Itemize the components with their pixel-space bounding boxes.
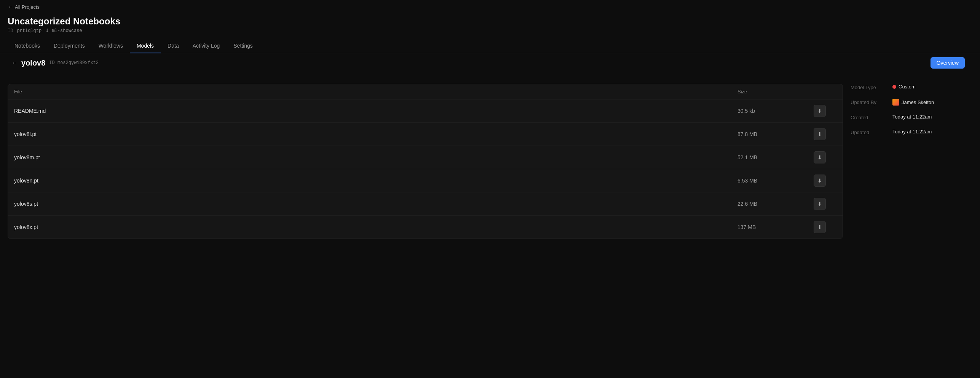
- download-button[interactable]: ⬇: [814, 198, 826, 210]
- tab-activity-log[interactable]: Activity Log: [186, 39, 227, 53]
- model-subheader: ← yolov8 ID mos2qywi89xfxt2 Overview: [8, 53, 972, 72]
- model-name: yolov8: [21, 59, 45, 67]
- table-header: File Size: [8, 84, 843, 99]
- table-row: yolov8n.pt 6.53 MB ⬇: [8, 169, 843, 192]
- user-avatar: [892, 99, 899, 106]
- download-button[interactable]: ⬇: [814, 175, 826, 187]
- model-back-icon[interactable]: ←: [11, 59, 18, 66]
- nav-tabs: Notebooks Deployments Workflows Models D…: [0, 39, 980, 53]
- table-row: yolov8s.pt 22.6 MB ⬇: [8, 192, 843, 216]
- file-size: 87.8 MB: [737, 131, 814, 137]
- org-label: U: [45, 28, 48, 34]
- table-row: yolov8x.pt 137 MB ⬇: [8, 216, 843, 239]
- project-id: prtlqlqtp: [17, 28, 41, 34]
- file-name: yolov8x.pt: [14, 224, 737, 230]
- overview-button[interactable]: Overview: [931, 57, 965, 69]
- project-header: Uncategorized Notebooks ID prtlqlqtp U m…: [0, 14, 980, 39]
- id-label: ID: [8, 28, 13, 34]
- col-header-size: Size: [737, 89, 814, 94]
- download-button[interactable]: ⬇: [814, 151, 826, 163]
- tab-workflows[interactable]: Workflows: [92, 39, 130, 53]
- updated-row: Updated Today at 11:22am: [851, 129, 972, 135]
- tab-models[interactable]: Models: [130, 39, 161, 53]
- created-label: Created: [851, 114, 892, 120]
- table-row: yolov8l.pt 87.8 MB ⬇: [8, 123, 843, 146]
- content-area: File Size README.md 30.5 kb ⬇ yolov8l.pt…: [0, 76, 980, 247]
- file-name: yolov8n.pt: [14, 178, 737, 184]
- table-row: yolov8m.pt 52.1 MB ⬇: [8, 146, 843, 169]
- created-value: Today at 11:22am: [892, 114, 932, 120]
- col-header-file: File: [14, 89, 737, 94]
- tab-data[interactable]: Data: [161, 39, 186, 53]
- download-button[interactable]: ⬇: [814, 221, 826, 233]
- model-type-label: Model Type: [851, 84, 892, 90]
- model-id-badge: ID mos2qywi89xfxt2: [49, 60, 99, 66]
- download-button[interactable]: ⬇: [814, 105, 826, 117]
- model-type-value: Custom: [892, 84, 916, 90]
- file-table: File Size README.md 30.5 kb ⬇ yolov8l.pt…: [8, 84, 843, 239]
- tab-settings[interactable]: Settings: [227, 39, 260, 53]
- file-size: 22.6 MB: [737, 201, 814, 207]
- tab-deployments[interactable]: Deployments: [47, 39, 92, 53]
- sidebar-panel: Model Type Custom Updated By James Skelt…: [851, 84, 972, 239]
- model-type-row: Model Type Custom: [851, 84, 972, 90]
- model-type-dot: [892, 85, 896, 89]
- org-value: ml-showcase: [52, 28, 82, 34]
- tab-notebooks[interactable]: Notebooks: [8, 39, 47, 53]
- updated-by-value: James Skelton: [892, 99, 934, 106]
- back-label: All Projects: [15, 4, 40, 10]
- file-name: yolov8m.pt: [14, 154, 737, 160]
- file-size: 6.53 MB: [737, 178, 814, 184]
- project-title: Uncategorized Notebooks: [8, 16, 972, 27]
- file-name: README.md: [14, 108, 737, 114]
- back-arrow-icon: ←: [8, 4, 13, 10]
- updated-by-label: Updated By: [851, 99, 892, 105]
- file-size: 52.1 MB: [737, 154, 814, 160]
- download-button[interactable]: ⬇: [814, 128, 826, 140]
- file-size: 137 MB: [737, 224, 814, 230]
- created-row: Created Today at 11:22am: [851, 114, 972, 120]
- updated-by-row: Updated By James Skelton: [851, 99, 972, 106]
- table-row: README.md 30.5 kb ⬇: [8, 99, 843, 123]
- file-name: yolov8s.pt: [14, 201, 737, 207]
- updated-label: Updated: [851, 129, 892, 135]
- updated-value: Today at 11:22am: [892, 129, 932, 135]
- project-meta: ID prtlqlqtp U ml-showcase: [8, 28, 972, 34]
- back-to-projects-link[interactable]: ← All Projects: [8, 4, 40, 10]
- file-name: yolov8l.pt: [14, 131, 737, 137]
- file-size: 30.5 kb: [737, 108, 814, 114]
